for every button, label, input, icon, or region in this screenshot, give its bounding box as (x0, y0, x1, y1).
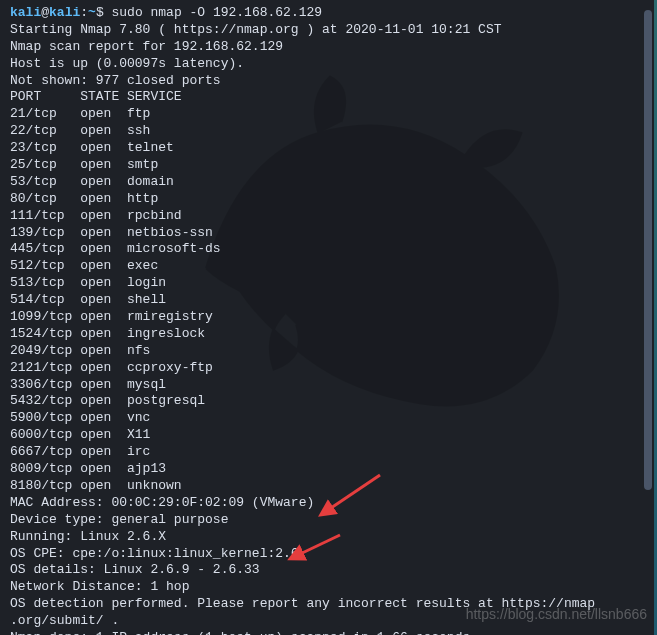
annotation-arrow-1 (320, 470, 390, 526)
watermark-text: https://blog.csdn.net/llsnb666 (466, 605, 647, 623)
svg-line-1 (328, 475, 380, 510)
port-line: 6000/tcp open X11 (10, 427, 647, 444)
scrollbar-thumb[interactable] (644, 10, 652, 490)
port-line: 3306/tcp open mysql (10, 377, 647, 394)
dollar: $ (96, 5, 112, 20)
host: kali (49, 5, 80, 20)
port-line: 1099/tcp open rmiregistry (10, 309, 647, 326)
port-line: 5900/tcp open vnc (10, 410, 647, 427)
port-line: 512/tcp open exec (10, 258, 647, 275)
port-line: 25/tcp open smtp (10, 157, 647, 174)
port-line: 21/tcp open ftp (10, 106, 647, 123)
port-line: 111/tcp open rpcbind (10, 208, 647, 225)
port-line: 1524/tcp open ingreslock (10, 326, 647, 343)
svg-line-3 (298, 535, 340, 555)
path: ~ (88, 5, 96, 20)
scrollbar[interactable] (642, 0, 652, 635)
port-line: 5432/tcp open postgresql (10, 393, 647, 410)
port-line: 445/tcp open microsoft-ds (10, 241, 647, 258)
command-text: sudo nmap -O 192.168.62.129 (111, 5, 322, 20)
at-sign: @ (41, 5, 49, 20)
port-line: 139/tcp open netbios-ssn (10, 225, 647, 242)
output-line: Starting Nmap 7.80 ( https://nmap.org ) … (10, 22, 647, 39)
network-distance-line: Network Distance: 1 hop (10, 579, 647, 596)
output-header: PORT STATE SERVICE (10, 89, 647, 106)
port-line: 23/tcp open telnet (10, 140, 647, 157)
port-line: 2049/tcp open nfs (10, 343, 647, 360)
annotation-arrow-2 (290, 530, 350, 576)
port-line: 6667/tcp open irc (10, 444, 647, 461)
port-line: 80/tcp open http (10, 191, 647, 208)
port-line: 22/tcp open ssh (10, 123, 647, 140)
port-line: 2121/tcp open ccproxy-ftp (10, 360, 647, 377)
user: kali (10, 5, 41, 20)
output-line: Not shown: 977 closed ports (10, 73, 647, 90)
prompt-line-1: kali@kali:~$ sudo nmap -O 192.168.62.129 (10, 5, 647, 22)
output-line: Nmap scan report for 192.168.62.129 (10, 39, 647, 56)
port-line: 513/tcp open login (10, 275, 647, 292)
output-line: Nmap done: 1 IP address (1 host up) scan… (10, 630, 647, 635)
port-line: 53/tcp open domain (10, 174, 647, 191)
colon: : (80, 5, 88, 20)
output-line: Host is up (0.00097s latency). (10, 56, 647, 73)
port-line: 514/tcp open shell (10, 292, 647, 309)
